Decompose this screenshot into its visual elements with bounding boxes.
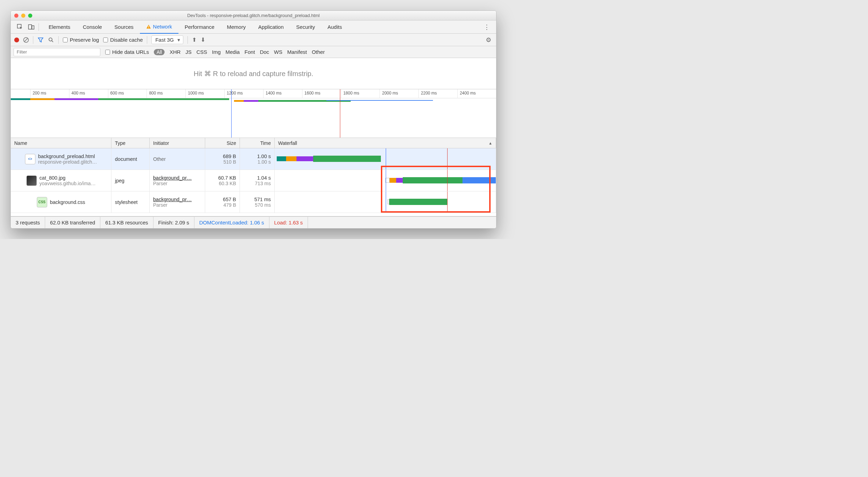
tab-security[interactable]: Security [290, 20, 321, 34]
request-size-sub: 479 B [223, 202, 236, 208]
divider [187, 36, 188, 44]
timeline-tick: 600 ms [108, 89, 126, 98]
svg-line-6 [52, 41, 53, 42]
request-row[interactable]: cat_800.jpg yoavweiss.github.io/ima… jpe… [11, 170, 496, 191]
request-domain: responsive-preload.glitch… [38, 159, 97, 165]
column-header-initiator[interactable]: Initiator [150, 138, 205, 148]
request-time-sub: 1.00 s [258, 159, 271, 165]
warning-icon [146, 24, 151, 29]
tab-audits[interactable]: Audits [321, 20, 348, 34]
status-resources: 61.3 KB resources [100, 217, 153, 228]
filter-type-other[interactable]: Other [312, 49, 325, 55]
request-size: 689 B [223, 154, 236, 159]
status-bar: 3 requests 62.0 KB transferred 61.3 KB r… [11, 216, 496, 228]
column-header-size[interactable]: Size [205, 138, 240, 148]
device-toolbar-icon[interactable] [28, 24, 34, 30]
request-row[interactable]: <> background_preload.html responsive-pr… [11, 148, 496, 170]
waterfall-cell [275, 148, 496, 170]
filter-type-xhr[interactable]: XHR [169, 49, 181, 55]
request-name: background.css [50, 199, 85, 205]
request-time-sub: 570 ms [255, 202, 271, 208]
request-size-sub: 510 B [223, 159, 236, 165]
file-image-icon [26, 175, 37, 186]
timeline-overview[interactable]: 200 ms 400 ms 600 ms 800 ms 1000 ms 1200… [11, 89, 496, 138]
svg-point-5 [49, 38, 52, 41]
status-finish: Finish: 2.09 s [153, 217, 194, 228]
timeline-tick: 2400 ms [457, 89, 478, 98]
filter-type-all[interactable]: All [154, 49, 165, 55]
tab-performance[interactable]: Performance [178, 20, 221, 34]
filter-bar: Hide data URLs All XHR JS CSS Img Media … [11, 46, 496, 58]
request-type: jpeg [111, 170, 150, 191]
timeline-bars [11, 98, 496, 100]
timeline-tick: 400 ms [69, 89, 87, 98]
column-header-waterfall[interactable]: Waterfall▲ [275, 138, 496, 148]
request-type: document [111, 148, 150, 170]
column-header-time[interactable]: Time [240, 138, 275, 148]
filter-type-js[interactable]: JS [185, 49, 192, 55]
divider [39, 23, 39, 31]
divider [33, 36, 33, 44]
tab-network[interactable]: Network [140, 20, 178, 34]
status-load: Load: 1.63 s [269, 217, 308, 228]
request-row[interactable]: CSS background.css stylesheet background… [11, 191, 496, 213]
svg-rect-3 [148, 26, 149, 27]
request-size: 60.7 KB [218, 175, 236, 181]
request-initiator[interactable]: background_pr… Parser [150, 191, 205, 213]
request-size-sub: 60.3 KB [219, 181, 236, 186]
titlebar: DevTools - responsive-preload.glitch.me/… [11, 11, 496, 20]
tab-application[interactable]: Application [252, 20, 290, 34]
column-header-type[interactable]: Type [111, 138, 150, 148]
clear-button[interactable] [23, 37, 29, 43]
network-table-header: Name Type Initiator Size Time Waterfall▲ [11, 138, 496, 148]
request-time: 1.00 s [257, 154, 271, 159]
svg-rect-4 [148, 27, 149, 28]
search-icon[interactable] [48, 37, 54, 43]
request-initiator[interactable]: background_pr… Parser [150, 170, 205, 191]
waterfall-cell [275, 170, 496, 191]
divider [147, 36, 147, 44]
export-har-icon[interactable]: ⬇ [201, 36, 205, 43]
devtools-window: DevTools - responsive-preload.glitch.me/… [10, 10, 496, 229]
hide-data-urls-checkbox[interactable]: Hide data URLs [105, 49, 149, 55]
status-dcl: DOMContentLoaded: 1.06 s [194, 217, 269, 228]
request-time: 1.04 s [257, 175, 271, 181]
timeline-tick: 1200 ms [224, 89, 245, 98]
filter-type-css[interactable]: CSS [197, 49, 207, 55]
filter-type-doc[interactable]: Doc [260, 49, 269, 55]
tab-memory[interactable]: Memory [221, 20, 252, 34]
column-header-name[interactable]: Name [11, 138, 111, 148]
request-initiator: Other [150, 148, 205, 170]
filter-type-font[interactable]: Font [244, 49, 255, 55]
timeline-ruler: 200 ms 400 ms 600 ms 800 ms 1000 ms 1200… [11, 89, 496, 98]
throttling-dropdown[interactable]: Fast 3G [151, 35, 183, 44]
request-name: cat_800.jpg [40, 175, 96, 181]
request-time: 571 ms [254, 197, 271, 202]
filter-toggle-icon[interactable] [37, 37, 44, 43]
request-size: 657 B [223, 197, 236, 202]
preserve-log-checkbox[interactable]: Preserve log [63, 37, 99, 43]
filter-type-ws[interactable]: WS [274, 49, 282, 55]
status-requests: 3 requests [11, 217, 45, 228]
filter-type-media[interactable]: Media [226, 49, 240, 55]
import-har-icon[interactable]: ⬆ [192, 36, 197, 43]
settings-gear-icon[interactable]: ⚙ [486, 36, 493, 44]
record-button[interactable] [14, 38, 19, 42]
timeline-tick: 800 ms [147, 89, 165, 98]
window-title: DevTools - responsive-preload.glitch.me/… [11, 13, 496, 18]
timeline-tick: 1400 ms [263, 89, 284, 98]
tab-elements[interactable]: Elements [42, 20, 77, 34]
filter-input[interactable] [14, 48, 100, 56]
more-options-icon[interactable]: ⋮ [479, 23, 494, 31]
file-css-icon: CSS [37, 197, 47, 207]
network-toolbar: Preserve log Disable cache Fast 3G ⬆ ⬇ ⚙ [11, 34, 496, 46]
svg-rect-1 [28, 25, 32, 29]
tab-console[interactable]: Console [77, 20, 108, 34]
disable-cache-checkbox[interactable]: Disable cache [103, 37, 143, 43]
filter-type-manifest[interactable]: Manifest [287, 49, 307, 55]
tab-sources[interactable]: Sources [108, 20, 140, 34]
filmstrip-hint: Hit ⌘ R to reload and capture filmstrip. [11, 58, 496, 89]
file-html-icon: <> [25, 154, 35, 164]
filter-type-img[interactable]: Img [212, 49, 220, 55]
inspect-element-icon[interactable] [17, 24, 23, 30]
